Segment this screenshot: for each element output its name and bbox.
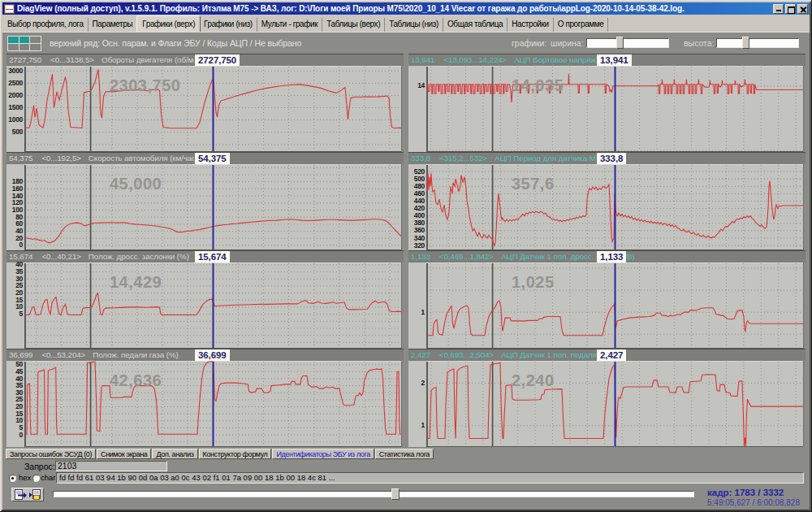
panel-header-adc-pedal: 2,427<0,693...2,504>АЦП Датчик 1 пол. пе…	[408, 349, 806, 361]
tab-9[interactable]: О программе	[554, 18, 609, 32]
log-tools-button[interactable]	[11, 488, 44, 501]
y-tick-label: 520	[408, 168, 425, 176]
bottom-button-4[interactable]: Идентификаторы ЭБУ из лога	[272, 449, 374, 459]
title-bar: DiagView (полный доступ), v.1.5.9.1. Про…	[2, 2, 810, 15]
char-radio-label: char	[41, 473, 55, 482]
y-tick-label: 45	[6, 368, 23, 375]
minimize-button[interactable]	[773, 4, 784, 14]
y-tick-label: 360	[408, 227, 425, 234]
frame-scrollbar[interactable]	[53, 490, 694, 498]
panel-body-speed: 02040608010012014016018045,000	[6, 164, 404, 250]
chart-adc-throttle[interactable]	[426, 263, 804, 349]
y-tick-label: 1500	[6, 104, 23, 111]
y-tick-label: 80	[6, 214, 23, 221]
hex-radio[interactable]	[9, 475, 16, 482]
y-tick-label: 35	[6, 382, 23, 389]
chart-rpm[interactable]	[24, 66, 402, 152]
height-slider-groove	[716, 38, 799, 48]
tab-4[interactable]: Мульти - график	[257, 18, 323, 32]
parameter-name: Скорость автомобиля (км/час)	[89, 153, 194, 164]
chart-adc-pedal[interactable]	[426, 361, 804, 447]
charts-area: 2727,750<0...3138,5>Обороты двигателя (о…	[2, 54, 810, 447]
chart-throttle[interactable]	[24, 263, 402, 349]
tab-2[interactable]: Графики (верх)	[136, 15, 201, 32]
y-tick-label: 2000	[6, 92, 23, 99]
layout-cell-5	[30, 44, 41, 50]
cursor-value-badge: 13,941	[597, 54, 632, 66]
bottom-bar: Запросы ошибок ЭСУД (0)Снимок экранаДоп.…	[2, 447, 810, 510]
value-range: <0...192,5>	[41, 153, 80, 164]
y-tick-label: 100	[6, 206, 23, 214]
parameter-name: АЦП Бортовое напряжение (В)	[514, 54, 596, 66]
y-tick-label: 10	[6, 417, 23, 424]
tab-5[interactable]: Таблицы (верх)	[322, 18, 385, 32]
height-slider-thumb[interactable]	[742, 37, 749, 49]
value-range: <0...40,21>	[41, 251, 80, 263]
y-tick-label: 20	[6, 289, 23, 297]
char-radio[interactable]	[32, 475, 40, 482]
request-input[interactable]: 2103	[55, 461, 167, 471]
bottom-button-1[interactable]: Снимок экрана	[97, 449, 151, 459]
layout-cell-3	[8, 44, 19, 50]
tab-3[interactable]: Графики (низ)	[200, 18, 257, 32]
value-range: <13,093...14,224>	[443, 54, 507, 66]
y-tick-label: 3000	[6, 67, 23, 75]
bottom-button-0[interactable]: Запросы ошибок ЭСУД (0)	[6, 449, 96, 459]
y-tick-label: 15	[6, 410, 23, 418]
panel-header-adc-maf-period: 333,8<315,2...532>АЦП Период для датчика…	[408, 152, 806, 164]
marker-value-ghost: 42,636	[110, 371, 162, 390]
maximize-button[interactable]	[785, 4, 796, 14]
value-range: <315,2...532>	[439, 153, 487, 164]
main-content: верхний ряд: Осн. парам. и Флаги ЭБУ / К…	[2, 32, 810, 510]
graph-panel-pedal: 36,699<0...53,204>Полож. педали газа (%)…	[6, 349, 404, 447]
tab-6[interactable]: Таблицы (низ)	[385, 18, 443, 32]
panel-body-pedal: 0510152025303540455042,636	[6, 361, 404, 447]
layout-cell-0	[8, 37, 19, 43]
parameter-name: Полож. педали газа (%)	[93, 349, 178, 361]
y-tick-label: 50	[6, 361, 23, 368]
y-axis-labels: 05101520253035404550	[6, 361, 24, 447]
y-tick-label: 1	[408, 422, 425, 429]
y-tick-label: 2	[408, 380, 425, 387]
marker-value-ghost: 14,035	[512, 76, 564, 95]
y-axis-labels: 020406080100120140160180	[6, 164, 24, 250]
value-range: <0,693...2,504>	[439, 349, 494, 361]
navigation-row: кадр: 1783 / 3332 5:49:05,627 / 6:00:08,…	[2, 486, 810, 510]
width-slider[interactable]	[586, 37, 669, 49]
hex-data-field[interactable]: fd fd fd 61 03 94 1b 90 0d 0a 03 a0 0c 4…	[56, 472, 804, 484]
value-range: <0,469...1,842>	[439, 251, 494, 263]
chart-speed[interactable]	[24, 164, 402, 250]
y-axis-labels: 14	[408, 66, 426, 152]
tab-1[interactable]: Параметры	[89, 18, 138, 32]
y-tick-label: 25	[6, 396, 23, 403]
width-slider-thumb[interactable]	[616, 37, 624, 49]
chart-adc-maf-period[interactable]	[426, 164, 804, 250]
height-slider[interactable]	[716, 37, 799, 49]
toolbar: верхний ряд: Осн. парам. и Флаги ЭБУ / К…	[2, 33, 810, 54]
bottom-button-2[interactable]: Доп. анализ	[152, 449, 197, 459]
y-tick-label: 420	[408, 205, 425, 212]
bottom-button-3[interactable]: Конструктор формул	[199, 449, 272, 459]
y-tick-label: 35	[6, 268, 23, 276]
graph-panel-speed: 54,375<0...192,5>Скорость автомобиля (км…	[6, 152, 404, 250]
frame-scrollbar-thumb[interactable]	[391, 488, 400, 500]
y-tick-label: 40	[6, 228, 23, 235]
chart-adc-voltage[interactable]	[426, 66, 804, 152]
y-tick-label: 1	[408, 309, 425, 316]
tab-0[interactable]: Выбор профиля, лога	[3, 18, 89, 32]
y-tick-label: 15	[6, 297, 23, 304]
y-tick-label: 20	[6, 235, 23, 242]
y-tick-label: 5	[6, 310, 23, 318]
chart-pedal[interactable]	[24, 361, 402, 447]
layout-cell-1	[19, 37, 30, 43]
marker-value-ghost: 1,025	[512, 273, 555, 292]
y-tick-label: 30	[6, 389, 23, 397]
time-counter: 5:49:05,627 / 6:00:08,828	[707, 498, 805, 507]
close-button[interactable]	[797, 4, 808, 14]
layout-grid-icon[interactable]	[7, 36, 41, 51]
y-tick-label: 160	[6, 185, 23, 193]
bottom-button-5[interactable]: Статистика лога	[375, 449, 434, 459]
y-tick-label: 380	[408, 219, 425, 227]
tab-8[interactable]: Настройки	[508, 18, 553, 32]
tab-7[interactable]: Общая таблица	[443, 18, 508, 32]
